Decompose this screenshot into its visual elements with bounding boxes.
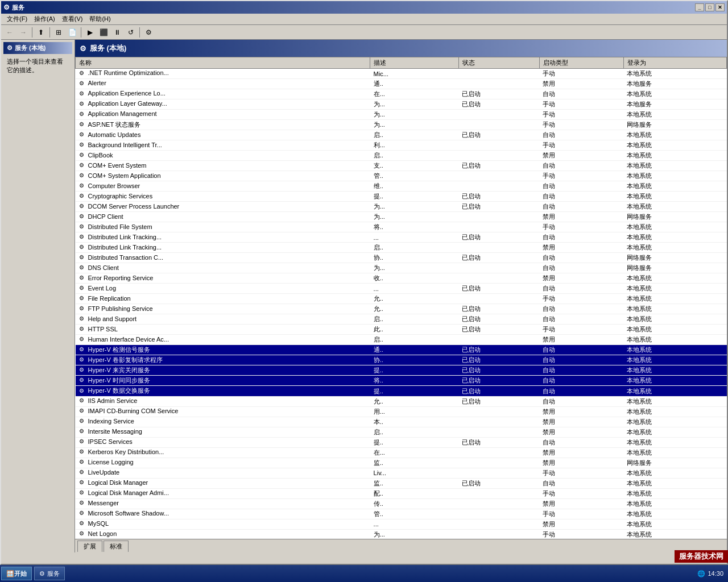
- service-startup: 自动: [539, 232, 623, 243]
- table-row[interactable]: ⚙Messenger传..禁用本地系统: [76, 498, 727, 509]
- taskbar-services-app[interactable]: ⚙ 服务: [34, 567, 65, 580]
- table-row[interactable]: ⚙Help and Support启..已启动自动本地系统: [76, 314, 727, 325]
- service-desc: 用...: [370, 406, 458, 417]
- menu-file[interactable]: 文件(F): [3, 14, 31, 24]
- service-login: 本地服务: [623, 99, 726, 110]
- properties-button[interactable]: ⚙: [142, 27, 155, 38]
- service-login: 本地系统: [623, 529, 726, 539]
- service-status: [458, 294, 539, 304]
- table-row[interactable]: ⚙Logical Disk Manager Admi...配..手动本地系统: [76, 488, 727, 498]
- table-row[interactable]: ⚙License Logging监..禁用网络服务: [76, 458, 727, 468]
- service-desc: 在...: [370, 447, 458, 458]
- content-area: ⚙ 服务 (本地) 名称 描述 状态 启动类型 登录为: [75, 40, 727, 552]
- service-name: ⚙Intersite Messaging: [76, 427, 370, 437]
- table-row[interactable]: ⚙DCOM Server Process Launcher为...已启动自动本地…: [76, 202, 727, 212]
- start-service-button[interactable]: ▶: [84, 27, 96, 38]
- stop-service-button[interactable]: ⬛: [97, 27, 110, 38]
- back-button[interactable]: ←: [3, 27, 16, 38]
- service-login: 本地系统: [623, 304, 726, 314]
- service-status: [458, 222, 539, 232]
- service-login: 本地系统: [623, 498, 726, 509]
- service-desc: 监..: [370, 478, 458, 488]
- table-row[interactable]: ⚙Kerberos Key Distribution...在...禁用本地系统: [76, 447, 727, 458]
- table-row[interactable]: ⚙Automatic Updates启..已启动自动本地系统: [76, 130, 727, 140]
- table-row[interactable]: ⚙Event Log...已启动自动本地系统: [76, 284, 727, 294]
- start-button[interactable]: 🪟 开始: [1, 567, 32, 580]
- table-row[interactable]: ⚙Logical Disk Manager监..已启动自动本地系统: [76, 478, 727, 488]
- table-row[interactable]: ⚙DHCP Client为...禁用网络服务: [76, 212, 727, 222]
- table-row[interactable]: ⚙Microsoft Software Shadow...管..手动本地系统: [76, 509, 727, 519]
- table-row[interactable]: ⚙MySQL...禁用本地系统: [76, 519, 727, 529]
- show-hide-button[interactable]: ⊞: [52, 27, 65, 38]
- table-row[interactable]: ⚙Indexing Service本..禁用本地系统: [76, 417, 727, 427]
- table-row[interactable]: ⚙Application Experience Lo...在...已启动自动本地…: [76, 89, 727, 99]
- pause-service-button[interactable]: ⏸: [111, 27, 123, 38]
- table-row[interactable]: ⚙Hyper-V 时间同步服务将..已启动自动本地系统: [76, 376, 727, 386]
- table-row[interactable]: ⚙IMAPI CD-Burning COM Service用...禁用本地系统: [76, 406, 727, 417]
- service-desc: 启..: [370, 335, 458, 345]
- menu-view[interactable]: 查看(V): [59, 14, 86, 24]
- table-row[interactable]: ⚙COM+ System Application管..手动本地系统: [76, 171, 727, 181]
- service-name: ⚙DCOM Server Process Launcher: [76, 202, 370, 212]
- col-header-login[interactable]: 登录为: [623, 57, 726, 69]
- table-row[interactable]: ⚙Distributed Link Tracking...启..禁用本地系统: [76, 243, 727, 253]
- table-row[interactable]: ⚙Net Logon为...手动本地系统: [76, 529, 727, 539]
- table-row[interactable]: ⚙HTTP SSL此..已启动手动本地系统: [76, 325, 727, 335]
- col-header-desc[interactable]: 描述: [370, 57, 458, 69]
- close-button[interactable]: ✕: [715, 3, 725, 11]
- table-row[interactable]: ⚙Error Reporting Service收..禁用本地系统: [76, 273, 727, 284]
- table-row[interactable]: ⚙.NET Runtime Optimization...Mic...手动本地系…: [76, 69, 727, 79]
- table-row[interactable]: ⚙Hyper-V 来宾关闭服务提..已启动自动本地系统: [76, 365, 727, 376]
- table-row[interactable]: ⚙Distributed Transaction C...协..已启动自动网络服…: [76, 253, 727, 263]
- menu-help[interactable]: 帮助(H): [86, 14, 114, 24]
- table-row[interactable]: ⚙ASP.NET 状态服务为...手动网络服务: [76, 120, 727, 130]
- table-row[interactable]: ⚙LiveUpdateLiv...手动本地系统: [76, 468, 727, 478]
- service-startup: 禁用: [539, 273, 623, 284]
- service-name: ⚙.NET Runtime Optimization...: [76, 69, 370, 79]
- main-container: ⚙ 服务 (本地) 选择一个项目来查看它的描述。 ⚙ 服务 (本地) 名称: [1, 40, 727, 552]
- service-startup: 自动: [539, 386, 623, 396]
- table-row[interactable]: ⚙Background Intelligent Tr...利...手动本地系统: [76, 140, 727, 151]
- menu-action[interactable]: 操作(A): [31, 14, 59, 24]
- service-name: ⚙Automatic Updates: [76, 130, 370, 140]
- table-row[interactable]: ⚙Application Management为...手动本地系统: [76, 110, 727, 120]
- table-row[interactable]: ⚙Alerter通..禁用本地服务: [76, 79, 727, 89]
- export-button[interactable]: 📄: [66, 27, 78, 38]
- up-button[interactable]: ⬆: [35, 27, 47, 38]
- table-row[interactable]: ⚙Distributed File System将..手动本地系统: [76, 222, 727, 232]
- service-login: 本地系统: [623, 335, 726, 345]
- table-row[interactable]: ⚙Hyper-V 卷影复制请求程序协..已启动自动本地系统: [76, 355, 727, 365]
- col-header-status[interactable]: 状态: [458, 57, 539, 69]
- table-row[interactable]: ⚙Human Interface Device Ac...启..禁用本地系统: [76, 335, 727, 345]
- table-row[interactable]: ⚙Computer Browser维..自动本地系统: [76, 181, 727, 192]
- tab-standard[interactable]: 标准: [104, 541, 129, 552]
- table-row[interactable]: ⚙FTP Publishing Service允..已启动自动本地系统: [76, 304, 727, 314]
- table-row[interactable]: ⚙Hyper-V 检测信号服务通..已启动自动本地系统: [76, 345, 727, 355]
- service-status: [458, 427, 539, 437]
- start-label: 开始: [14, 569, 27, 578]
- forward-button[interactable]: →: [17, 27, 30, 38]
- table-row[interactable]: ⚙Cryptographic Services提..已启动自动本地系统: [76, 192, 727, 202]
- tab-extend[interactable]: 扩展: [77, 541, 102, 552]
- table-row[interactable]: ⚙Intersite Messaging启..禁用本地系统: [76, 427, 727, 437]
- table-row[interactable]: ⚙Distributed Link Tracking......已启动自动本地系…: [76, 232, 727, 243]
- table-row[interactable]: ⚙COM+ Event System支..已启动自动本地系统: [76, 161, 727, 171]
- service-status: 已启动: [458, 396, 539, 406]
- table-row[interactable]: ⚙DNS Client为...自动网络服务: [76, 263, 727, 273]
- maximize-button[interactable]: □: [705, 3, 714, 11]
- table-row[interactable]: ⚙ClipBook启..禁用本地系统: [76, 151, 727, 161]
- table-row[interactable]: ⚙File Replication允..手动本地系统: [76, 294, 727, 304]
- service-status: [458, 110, 539, 120]
- col-header-startup[interactable]: 启动类型: [539, 57, 623, 69]
- service-status: [458, 212, 539, 222]
- service-startup: 自动: [539, 478, 623, 488]
- table-row[interactable]: ⚙Application Layer Gateway...为...已启动手动本地…: [76, 99, 727, 110]
- restart-service-button[interactable]: ↺: [125, 27, 137, 38]
- service-status: [458, 498, 539, 509]
- table-row[interactable]: ⚙Hyper-V 数据交换服务提..已启动自动本地系统: [76, 386, 727, 396]
- services-table-container[interactable]: 名称 描述 状态 启动类型 登录为 ⚙.NET Runtime Optimiza…: [75, 57, 727, 539]
- table-row[interactable]: ⚙IPSEC Services提..已启动自动本地系统: [76, 437, 727, 447]
- table-row[interactable]: ⚙IIS Admin Service允..已启动自动本地系统: [76, 396, 727, 406]
- minimize-button[interactable]: _: [695, 3, 704, 11]
- col-header-name[interactable]: 名称: [76, 57, 370, 69]
